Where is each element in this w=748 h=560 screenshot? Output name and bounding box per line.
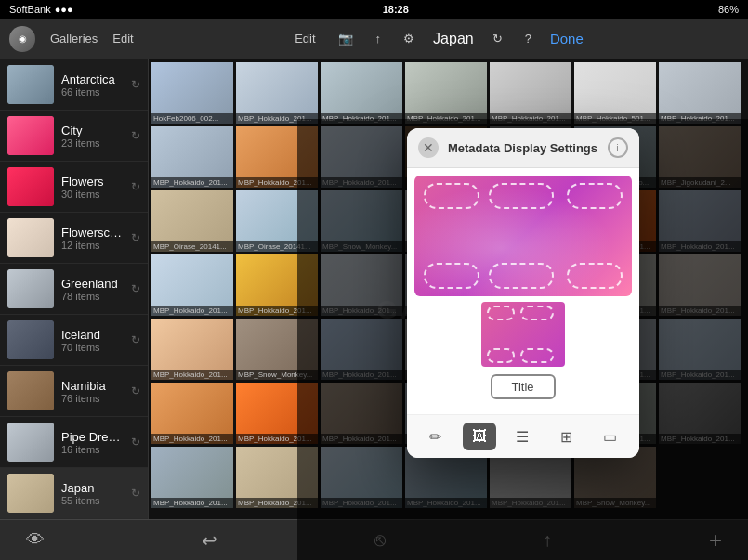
sidebar-thumb-flowers (7, 167, 54, 206)
dashed-box-bl (424, 263, 479, 289)
sidebar-info-pipedre: Pipe Dre… 16 items (61, 430, 124, 455)
sidebar-info-japan: Japan 55 items (61, 481, 124, 506)
edit-center-button[interactable]: Edit (291, 30, 319, 47)
sidebar-count-flowers: 30 items (61, 189, 124, 200)
modal-tool-grid[interactable]: ⊞ (549, 423, 583, 450)
export-button[interactable]: ↑ (372, 30, 386, 47)
sidebar-item-greenland[interactable]: Greenland 78 items ↻ (0, 264, 148, 315)
sidebar-info-greenland: Greenland 78 items (61, 277, 124, 302)
main-layout: Antarctica 66 items ↻ City 23 items ↻ Fl… (0, 59, 748, 560)
gallery-thumb-label-42: MBP_Hokkaido_201... (151, 498, 233, 508)
sidebar-name-namibia: Namibia (61, 379, 124, 393)
gallery-thumb-label-21: MBP_Hokkaido_201... (151, 306, 233, 316)
refresh-button[interactable]: ↻ (489, 30, 506, 47)
sync-icon-japan: ↻ (131, 487, 140, 500)
gallery-thumb-14[interactable]: MBP_Oirase_20141... (151, 190, 233, 252)
sidebar-count-namibia: 76 items (61, 393, 124, 404)
gallery-thumb-3[interactable]: MBP_Hokkaido_201... (405, 62, 487, 124)
sidebar-item-city[interactable]: City 23 items ↻ (0, 111, 148, 162)
modal-tool-list[interactable]: ☰ (505, 423, 539, 450)
sidebar-info-iceland: Iceland 70 items (61, 328, 124, 353)
gallery-thumb-28[interactable]: MBP_Hokkaido_201... (151, 319, 233, 380)
eye-button[interactable]: 👁 (19, 526, 52, 554)
status-left: SoftBank ●●● (9, 4, 73, 15)
done-button[interactable]: Done (550, 31, 584, 46)
sidebar-item-japan[interactable]: Japan 55 items ↻ (0, 468, 148, 519)
modal-tool-display[interactable]: ▭ (593, 423, 626, 450)
sidebar-thumb-flowersc (7, 218, 54, 257)
sync-icon-greenland: ↻ (131, 282, 140, 295)
sidebar-name-antarctica: Antarctica (61, 72, 124, 86)
settings-button[interactable]: ⚙ (400, 30, 418, 47)
gallery-thumb-label-0: HokFeb2006_002... (151, 113, 233, 124)
galleries-button[interactable]: Galleries (46, 30, 101, 47)
camera-button[interactable]: 📷 (335, 30, 357, 47)
modal-title-box: Title (491, 374, 556, 399)
sidebar-name-city: City (61, 124, 124, 137)
battery-label: 86% (718, 4, 739, 15)
page-title: Japan (433, 31, 474, 47)
gallery-thumb-1[interactable]: MBP_Hokkaido_201... (236, 62, 318, 124)
sidebar-item-iceland[interactable]: Iceland 70 items ↻ (0, 315, 148, 366)
top-nav: ◉ Galleries Edit Edit 📷 ↑ ⚙ Japan ↻ ? Do… (0, 19, 748, 59)
sidebar-item-antarctica[interactable]: Antarctica 66 items ↻ (0, 59, 148, 111)
status-time: 18:28 (383, 4, 409, 15)
gallery-thumb-label-35: MBP_Hokkaido_201... (151, 434, 233, 444)
gallery-thumb-4[interactable]: MBP_Hokkaido_201... (490, 62, 571, 124)
sidebar-name-pipedre: Pipe Dre… (61, 430, 124, 444)
sidebar-count-greenland: 78 items (61, 291, 124, 302)
sidebar-item-flowers[interactable]: Flowers 30 items ↻ (0, 162, 148, 213)
dashed-box-tr (567, 183, 623, 209)
sync-icon-city: ↻ (131, 129, 140, 142)
sidebar-info-namibia: Namibia 76 items (61, 379, 124, 404)
gallery-thumb-21[interactable]: MBP_Hokkaido_201... (151, 254, 233, 316)
gallery-thumb-35[interactable]: MBP_Hokkaido_201... (151, 383, 233, 444)
sidebar-item-pipedre[interactable]: Pipe Dre… 16 items ↻ (0, 417, 148, 468)
modal-tool-photo[interactable]: 🖼 (463, 423, 496, 450)
dashed-box-sm-bl (487, 348, 515, 363)
gallery-thumb-6[interactable]: MBP_Hokkaido_201... (659, 62, 741, 124)
gallery-thumb-5[interactable]: MBP_Hokkaido_501... (574, 62, 656, 124)
sync-icon-iceland: ↻ (131, 333, 140, 346)
sidebar-name-flowersc: Flowersc… (61, 226, 124, 240)
dashed-box-sm-tl (487, 306, 515, 320)
modal-preview-large (414, 176, 632, 296)
sidebar-item-namibia[interactable]: Namibia 76 items ↻ (0, 366, 148, 417)
modal-title-label: Metadata Display Settings (439, 141, 608, 155)
edit-left-button[interactable]: Edit (109, 30, 137, 47)
dashed-box-tl (424, 183, 479, 209)
carrier-label: SoftBank (9, 4, 51, 15)
dashed-box-sm-tc (520, 306, 554, 320)
dashed-box-sm-bc (520, 348, 554, 363)
modal-info-button[interactable]: i (608, 137, 628, 158)
dashed-box-bc (489, 263, 554, 289)
avatar: ◉ (9, 26, 35, 52)
sidebar-count-antarctica: 66 items (61, 86, 124, 98)
modal-body: Title (407, 168, 639, 414)
sidebar-info-flowersc: Flowersc… 12 items (61, 226, 124, 251)
modal-tool-pen[interactable]: ✏ (419, 423, 453, 450)
dashed-box-tc (489, 183, 554, 209)
sidebar-count-pipedre: 16 items (61, 444, 124, 455)
gallery-thumb-2[interactable]: MBP_Hokkaido_201... (321, 62, 402, 124)
gallery-thumb-0[interactable]: HokFeb2006_002... (151, 62, 233, 124)
nav-left: ◉ Galleries Edit (0, 26, 149, 52)
sidebar-thumb-greenland (7, 269, 54, 308)
sync-icon-pipedre: ↻ (131, 436, 140, 449)
sidebar-name-flowers: Flowers (61, 175, 124, 189)
modal-close-button[interactable]: ✕ (418, 137, 439, 158)
undo-button[interactable]: ↩ (194, 526, 225, 555)
sidebar-thumb-antarctica (7, 65, 54, 104)
gallery-thumb-7[interactable]: MBP_Hokkaido_201... (151, 126, 233, 188)
sidebar-count-iceland: 70 items (61, 342, 124, 353)
sync-icon-flowersc: ↻ (131, 231, 140, 244)
status-bar: SoftBank ●●● 18:28 86% (0, 0, 748, 19)
gallery-thumb-42[interactable]: MBP_Hokkaido_201... (151, 447, 233, 508)
gallery-thumb-label-7: MBP_Hokkaido_201... (151, 177, 233, 188)
help-button[interactable]: ? (521, 30, 535, 47)
sidebar-item-flowersc[interactable]: Flowersc… 12 items ↻ (0, 213, 148, 264)
status-right: 86% (718, 4, 739, 15)
sidebar-thumb-namibia (7, 371, 54, 410)
dashed-box-br (567, 263, 623, 289)
metadata-modal: ✕ Metadata Display Settings i (407, 128, 639, 458)
